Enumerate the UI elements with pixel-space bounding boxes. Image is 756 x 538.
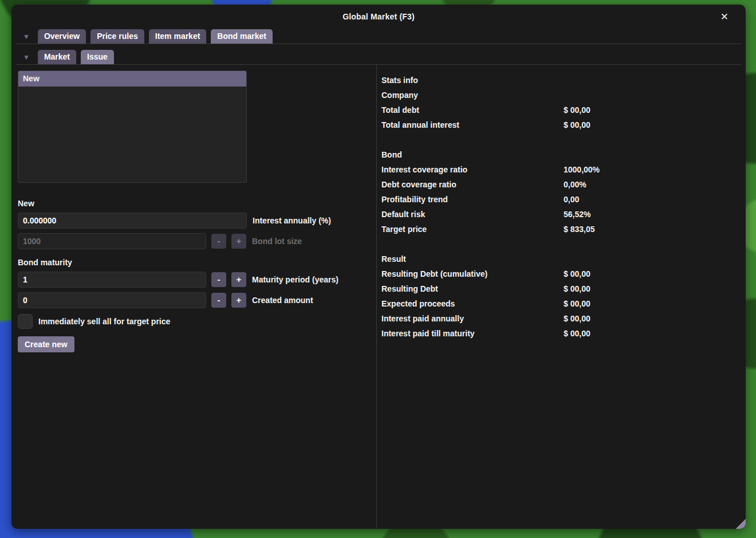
stat-row: Default risk 56,52%: [381, 207, 734, 222]
tab-overview[interactable]: Overview: [38, 29, 86, 44]
stats-pane: Stats info Company Total debt $ 00,00 To…: [376, 65, 746, 528]
stat-label: Resulting Debt: [381, 281, 564, 296]
list-item[interactable]: New: [18, 71, 246, 87]
stats-heading-company: Company: [381, 88, 734, 103]
section-spacer: [381, 237, 734, 252]
sell-all-label: Immediately sell all for target price: [38, 317, 170, 326]
interest-input[interactable]: [18, 213, 247, 229]
stat-row: Profitability trend 0,00: [381, 192, 734, 207]
stat-label: Resulting Debt (cumulative): [381, 266, 564, 281]
tab-market[interactable]: Market: [38, 50, 76, 64]
created-amount-row: - + Created amount: [18, 292, 376, 308]
stat-value: $ 00,00: [564, 296, 590, 311]
stats-heading-result: Result: [381, 252, 734, 266]
sell-all-row: Immediately sell all for target price: [18, 314, 376, 329]
stat-value: 1000,00%: [564, 162, 600, 177]
maturity-label: Maturity period (years): [252, 275, 338, 284]
stat-row: Total debt $ 00,00: [381, 103, 734, 117]
stat-row: Interest paid annually $ 00,00: [381, 311, 734, 326]
stat-value: 56,52%: [564, 207, 590, 222]
lot-size-minus-button: -: [211, 234, 226, 249]
content-area: New New Interest annually (%) - + Bond l…: [11, 65, 746, 528]
lot-size-label: Bond lot size: [252, 237, 302, 246]
create-new-button[interactable]: Create new: [18, 336, 74, 352]
titlebar: Global Market (F3) ✕: [11, 5, 746, 29]
stat-label: Expected proceeds: [381, 296, 564, 311]
stat-row: Interest coverage ratio 1000,00%: [381, 162, 734, 177]
stats-title: Stats info: [381, 73, 734, 88]
stat-value: 0,00: [564, 192, 579, 207]
stat-label: Default risk: [381, 207, 564, 222]
bond-maturity-heading: Bond maturity: [18, 258, 376, 267]
created-amount-plus-button[interactable]: +: [231, 293, 246, 308]
sell-all-checkbox[interactable]: [18, 314, 33, 329]
maturity-input[interactable]: [18, 272, 206, 288]
stat-row: Target price $ 833,05: [381, 222, 734, 237]
created-amount-label: Created amount: [252, 296, 313, 305]
stat-row: Resulting Debt (cumulative) $ 00,00: [381, 266, 734, 281]
resize-handle[interactable]: [734, 517, 746, 529]
stat-value: $ 00,00: [564, 266, 590, 281]
stat-row: Resulting Debt $ 00,00: [381, 281, 734, 296]
maturity-plus-button[interactable]: +: [231, 272, 246, 287]
stat-row: Debt coverage ratio 0,00%: [381, 177, 734, 192]
stat-label: Interest coverage ratio: [381, 162, 564, 177]
window-title: Global Market (F3): [342, 12, 415, 21]
global-market-window: Global Market (F3) ✕ ▼ Overview Price ru…: [11, 5, 746, 529]
stat-label: Interest paid till maturity: [381, 326, 564, 341]
form-heading: New: [18, 199, 376, 208]
stat-row: Interest paid till maturity $ 00,00: [381, 326, 734, 341]
close-icon[interactable]: ✕: [720, 12, 729, 22]
lot-size-input: [18, 233, 206, 249]
bond-list[interactable]: New: [18, 70, 247, 183]
section-spacer: [381, 132, 734, 147]
stat-value: $ 833,05: [564, 222, 595, 237]
created-amount-input[interactable]: [18, 292, 206, 308]
lot-size-plus-button: +: [231, 234, 246, 249]
stat-value: $ 00,00: [564, 103, 590, 117]
stat-label: Interest paid annually: [381, 311, 564, 326]
stat-label: Target price: [381, 222, 564, 237]
issue-form-pane: New New Interest annually (%) - + Bond l…: [11, 65, 376, 528]
primary-tabrow: ▼ Overview Price rules Item market Bond …: [16, 29, 741, 44]
stat-label: Total annual interest: [381, 117, 564, 132]
stat-row: Total annual interest $ 00,00: [381, 117, 734, 132]
collapse-arrow-icon[interactable]: ▼: [23, 53, 33, 64]
maturity-minus-button[interactable]: -: [211, 272, 226, 287]
tab-issue[interactable]: Issue: [81, 50, 114, 64]
interest-label: Interest annually (%): [253, 216, 331, 225]
tab-price-rules[interactable]: Price rules: [90, 29, 144, 44]
maturity-row: - + Maturity period (years): [18, 272, 376, 288]
tab-bond-market[interactable]: Bond market: [211, 29, 273, 44]
interest-row: Interest annually (%): [18, 213, 376, 229]
stats-heading-bond: Bond: [381, 147, 734, 162]
stat-label: Debt coverage ratio: [381, 177, 564, 192]
stat-value: $ 00,00: [564, 117, 590, 132]
collapse-arrow-icon[interactable]: ▼: [23, 33, 33, 44]
created-amount-minus-button[interactable]: -: [211, 293, 226, 308]
tab-item-market[interactable]: Item market: [149, 29, 207, 44]
stat-value: 0,00%: [564, 177, 586, 192]
lot-size-row: - + Bond lot size: [18, 233, 376, 249]
stat-row: Expected proceeds $ 00,00: [381, 296, 734, 311]
stat-value: $ 00,00: [564, 311, 590, 326]
stat-label: Profitability trend: [381, 192, 564, 207]
stat-label: Total debt: [381, 103, 564, 117]
secondary-tabrow: ▼ Market Issue: [16, 44, 741, 65]
stat-value: $ 00,00: [564, 326, 590, 341]
stat-value: $ 00,00: [564, 281, 590, 296]
